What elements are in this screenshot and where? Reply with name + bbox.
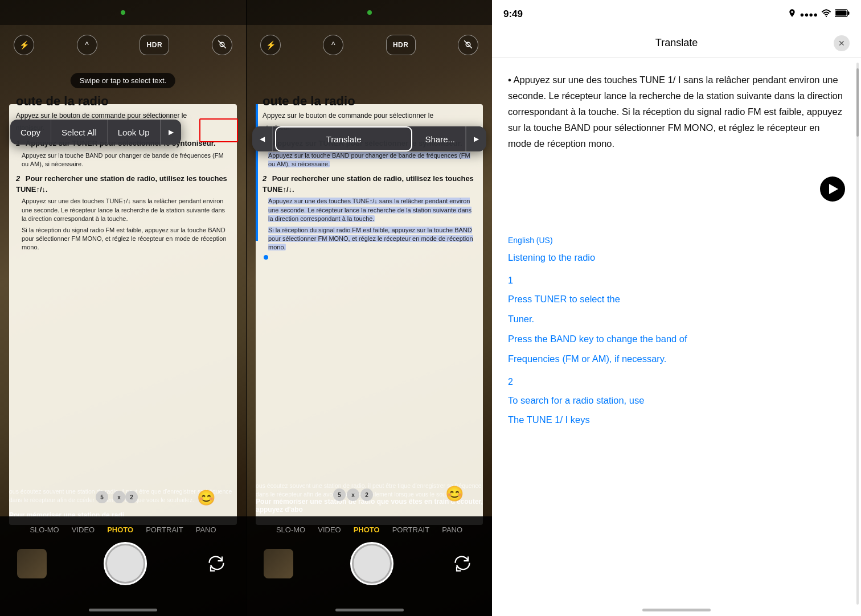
mode-portrait-2[interactable]: PORTRAIT: [392, 525, 430, 534]
context-menu-arrow-right-1[interactable]: ▶: [161, 120, 181, 145]
rotate-button-2[interactable]: [450, 551, 475, 576]
chevron-button-2[interactable]: ^: [323, 35, 343, 55]
camera-top-controls-1: ⚡ ^ HDR: [0, 25, 246, 65]
mode-video-1[interactable]: VIDEO: [72, 525, 95, 534]
camera-top-controls-2: ⚡ ^ HDR: [247, 25, 492, 65]
camera-bottom-2: SLO-MO VIDEO PHOTO PORTRAIT PANO: [247, 516, 492, 616]
no-flash-button-1[interactable]: [212, 35, 232, 55]
mode-pano-1[interactable]: PANO: [196, 525, 216, 534]
copy-button[interactable]: Copy: [10, 120, 51, 145]
mode-photo-1[interactable]: PHOTO: [107, 525, 133, 534]
chevron-button-1[interactable]: ^: [77, 35, 97, 55]
document-overlay-2: oute de la radio Appyez sur le bouton de…: [256, 88, 483, 525]
home-indicator-2: [335, 609, 404, 611]
shutter-button-1[interactable]: [104, 542, 147, 585]
look-up-button[interactable]: Look Up: [108, 120, 161, 145]
close-icon: ✕: [838, 39, 845, 48]
svg-rect-6: [848, 11, 850, 15]
wifi-icon: [821, 9, 831, 19]
hdr-label-1: HDR: [147, 41, 163, 49]
emoji-button-1[interactable]: 😊: [195, 486, 218, 509]
shutter-inner-2: [354, 545, 390, 582]
shutter-button-2[interactable]: [350, 542, 393, 585]
doc-section1-sub-1: Appuyez sur la touche BAND pour changer …: [16, 151, 230, 169]
signal-icon: ●●●●: [800, 10, 818, 19]
no-flash-button-2[interactable]: [458, 35, 478, 55]
location-icon: [788, 9, 797, 20]
badge-2: x: [113, 491, 125, 503]
status-bar-2: [247, 0, 492, 25]
translate-status-bar: 9:49 ●●●●: [492, 0, 861, 28]
scroll-thumb: [856, 68, 859, 137]
battery-icon: [835, 9, 850, 19]
step1-freq: Frequencies (FM or AM), if necessary.: [508, 351, 845, 367]
svg-rect-7: [836, 11, 847, 16]
camera-modes-1: SLO-MO VIDEO PHOTO PORTRAIT PANO: [0, 516, 246, 534]
clock: 9:49: [503, 9, 523, 20]
text-cursor-2: [264, 255, 268, 260]
rotate-button-1[interactable]: [204, 551, 229, 576]
translate-body: • Appuyez sur une des touches TUNE 1/ I …: [492, 58, 861, 616]
context-menu-arrow-right-2[interactable]: ▶: [466, 126, 486, 151]
emoji-button-2[interactable]: 😊: [443, 482, 466, 505]
badge-4: 5: [333, 488, 346, 501]
share-button[interactable]: Share...: [415, 126, 466, 151]
chevron-icon-1: ^: [85, 40, 89, 50]
doc-bullet2-2: Si la réception du signal radio FM est f…: [263, 226, 476, 252]
mode-photo-2[interactable]: PHOTO: [354, 525, 380, 534]
step1-number: 1: [508, 273, 845, 289]
flash-icon-1: ⚡: [19, 40, 29, 50]
flash-button-1[interactable]: ⚡: [14, 35, 34, 55]
flash-button-2[interactable]: ⚡: [260, 35, 281, 55]
mode-portrait-1[interactable]: PORTRAIT: [146, 525, 183, 534]
no-flash-icon-1: [217, 39, 227, 51]
badge-6: 2: [360, 488, 373, 501]
language-label: English (US): [508, 236, 845, 245]
hdr-button-1[interactable]: HDR: [140, 35, 169, 55]
select-all-button[interactable]: Select All: [51, 120, 108, 145]
svg-line-1: [218, 40, 226, 48]
step1-band: Press the BAND key to change the band of: [508, 331, 845, 347]
thumbnail-preview-2[interactable]: [264, 549, 293, 578]
mode-slomo-1[interactable]: SLO-MO: [30, 525, 59, 534]
camera-modes-2: SLO-MO VIDEO PHOTO PORTRAIT PANO: [247, 516, 492, 534]
status-bar-1: [0, 0, 246, 25]
translate-button[interactable]: Translate: [275, 126, 412, 151]
camera-bottom-1: SLO-MO VIDEO PHOTO PORTRAIT PANO: [0, 516, 246, 616]
translate-title: Translate: [655, 37, 698, 49]
doc-bullet1-2: Appuyez sur une des touches TUNE↑/↓ sans…: [263, 197, 476, 223]
translate-close-button[interactable]: ✕: [834, 35, 850, 51]
play-icon: [829, 184, 838, 194]
step2-cont: The TUNE 1/ I keys: [508, 412, 845, 428]
camera-controls-row-2: [247, 534, 492, 585]
hdr-label-2: HDR: [393, 41, 409, 49]
doc-section2-title-1: 2 Pour rechercher une station de radio, …: [16, 174, 230, 195]
translate-header: Translate ✕: [492, 28, 861, 58]
english-title: Listening to the radio: [508, 249, 845, 266]
camera-controls-row-1: [0, 534, 246, 585]
context-menu-1: Copy Select All Look Up ▶: [10, 120, 181, 145]
doc-bullet2-1: Si la réception du signal radio FM est f…: [16, 226, 230, 252]
status-dot-2: [367, 10, 372, 15]
no-flash-icon-2: [463, 39, 473, 51]
live-text-hint: Swipe or tap to select text.: [71, 73, 175, 88]
context-menu-2: ◀ Translate Share... ▶: [252, 126, 486, 151]
doc-bullet1-1: Appuyez sur une des touches TUNE↑/↓ sans…: [16, 197, 230, 223]
scrollbar[interactable]: [856, 63, 859, 605]
hdr-button-2[interactable]: HDR: [386, 35, 416, 55]
badge-1: 5: [96, 491, 108, 503]
doc-title-1: oute de la radio: [9, 88, 237, 111]
french-text: • Appuyez sur une des touches TUNE 1/ I …: [508, 72, 845, 151]
thumbnail-preview-1[interactable]: [17, 549, 47, 578]
phone-panel-1: ⚡ ^ HDR Swipe or tap to select text. out…: [0, 0, 246, 616]
badge-5: x: [347, 488, 359, 501]
chevron-icon-2: ^: [331, 40, 335, 50]
play-button[interactable]: [820, 176, 845, 202]
translate-panel: 9:49 ●●●●: [492, 0, 861, 616]
context-menu-arrow-left-2[interactable]: ◀: [252, 126, 273, 151]
svg-point-4: [826, 16, 827, 17]
mode-video-2[interactable]: VIDEO: [318, 525, 341, 534]
mode-slomo-2[interactable]: SLO-MO: [276, 525, 305, 534]
mode-pano-2[interactable]: PANO: [442, 525, 462, 534]
doc-section1-sub-2: Appuyez sur la touche BAND pour changer …: [263, 151, 476, 169]
